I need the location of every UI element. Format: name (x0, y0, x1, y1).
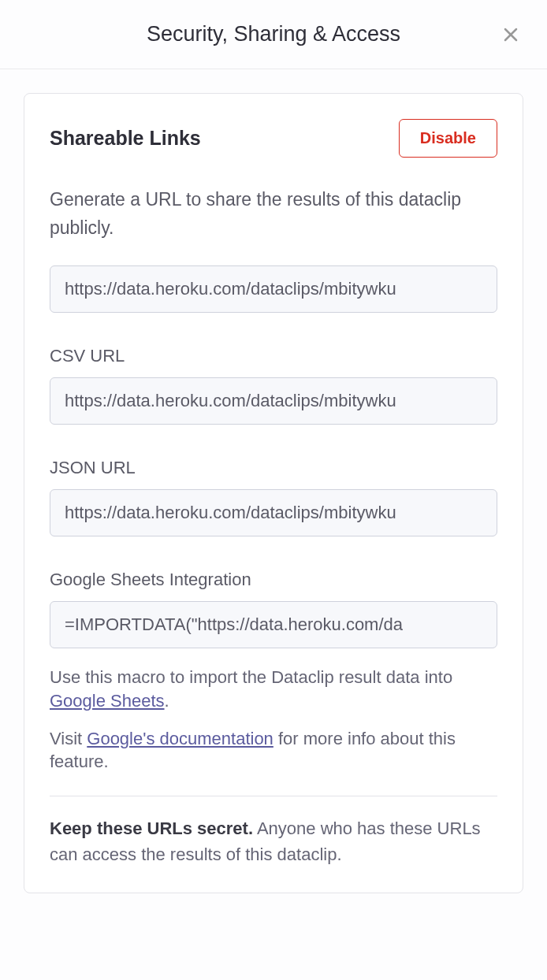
helper-text-span: Use this macro to import the Dataclip re… (50, 667, 452, 687)
helper-text-span: Visit (50, 729, 87, 748)
disable-button[interactable]: Disable (399, 119, 497, 158)
section-description: Generate a URL to share the results of t… (50, 186, 497, 242)
modal-title: Security, Sharing & Access (147, 22, 400, 46)
warning-bold: Keep these URLs secret. (50, 819, 253, 838)
gsheets-helper-text: Use this macro to import the Dataclip re… (50, 666, 497, 712)
documentation-helper-text: Visit Google's documentation for more in… (50, 727, 497, 774)
warning-text: Keep these URLs secret. Anyone who has t… (50, 815, 497, 867)
csv-url-input[interactable] (50, 377, 497, 425)
gsheets-formula-input[interactable] (50, 601, 497, 648)
gsheets-label: Google Sheets Integration (50, 570, 497, 590)
share-url-input[interactable] (50, 265, 497, 313)
section-title: Shareable Links (50, 127, 201, 150)
helper-text-span: . (165, 691, 169, 711)
google-sheets-link[interactable]: Google Sheets (50, 691, 165, 711)
csv-url-label: CSV URL (50, 346, 497, 366)
close-icon (501, 25, 520, 44)
json-url-input[interactable] (50, 489, 497, 536)
json-url-label: JSON URL (50, 458, 497, 478)
section-header: Shareable Links Disable (50, 119, 497, 158)
divider (50, 796, 497, 796)
close-button[interactable] (498, 22, 523, 47)
shareable-links-card: Shareable Links Disable Generate a URL t… (24, 93, 523, 893)
modal-header: Security, Sharing & Access (0, 0, 547, 69)
google-documentation-link[interactable]: Google's documentation (87, 729, 274, 748)
